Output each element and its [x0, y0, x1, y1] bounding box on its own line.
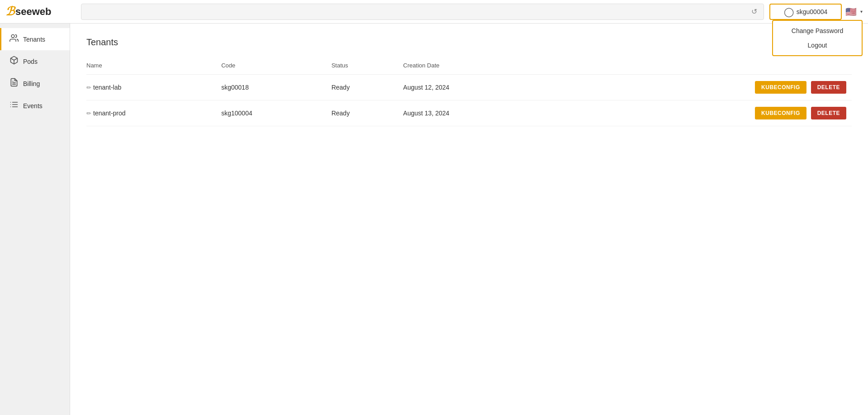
table-row: ✏tenant-prod skg100004 Ready August 13, …	[86, 100, 852, 126]
logo: ℬ seeweb	[5, 5, 76, 19]
main-layout: Tenants Pods	[0, 24, 868, 415]
search-input[interactable]	[86, 8, 749, 15]
user-dropdown-menu: Change Password Logout	[772, 20, 863, 56]
delete-button[interactable]: DELETE	[811, 107, 846, 119]
col-creation-date: Creation Date	[403, 58, 559, 75]
change-password-menu-item[interactable]: Change Password	[773, 24, 862, 38]
logo-text: seeweb	[15, 6, 52, 18]
sidebar-billing-label: Billing	[23, 80, 40, 87]
tenant-actions-cell: KUBECONFIG DELETE	[559, 100, 852, 126]
svg-point-0	[11, 35, 14, 38]
events-icon	[9, 100, 19, 111]
sidebar-item-pods[interactable]: Pods	[0, 50, 70, 72]
tenant-actions-cell: KUBECONFIG DELETE	[559, 75, 852, 100]
tenant-status-cell: Ready	[332, 100, 403, 126]
col-code: Code	[221, 58, 331, 75]
header-right: ◯ skgu00004 Change Password Logout 🇺🇸 ▾	[769, 4, 863, 20]
tenants-table: Name Code Status Creation Date ✏tenant-l…	[86, 58, 852, 126]
pods-icon	[9, 56, 19, 67]
user-name: skgu00004	[797, 8, 828, 15]
sidebar-tenants-label: Tenants	[23, 36, 45, 43]
tenants-icon	[9, 33, 19, 45]
user-dropdown-trigger[interactable]: ◯ skgu00004	[769, 4, 842, 20]
language-chevron-icon[interactable]: ▾	[860, 9, 863, 14]
user-avatar-icon: ◯	[784, 6, 794, 17]
tenant-name-cell: ✏tenant-prod	[86, 100, 221, 126]
table-row: ✏tenant-lab skg00018 Ready August 12, 20…	[86, 75, 852, 100]
delete-button[interactable]: DELETE	[811, 81, 846, 94]
refresh-icon[interactable]: ↺	[749, 5, 759, 18]
search-bar: ↺	[81, 4, 764, 20]
page-title: Tenants	[86, 37, 852, 48]
billing-icon	[9, 78, 19, 89]
kubeconfig-button[interactable]: KUBECONFIG	[755, 81, 806, 94]
col-status: Status	[332, 58, 403, 75]
sidebar-item-tenants[interactable]: Tenants	[0, 28, 70, 50]
col-name: Name	[86, 58, 221, 75]
content-area: Tenants Name Code Status Creation Date ✏…	[70, 24, 868, 415]
sidebar: Tenants Pods	[0, 24, 70, 415]
tenant-code-cell: skg00018	[221, 75, 331, 100]
tenant-creation-date-cell: August 12, 2024	[403, 75, 559, 100]
logo-b-icon: ℬ	[5, 5, 14, 19]
kubeconfig-button[interactable]: KUBECONFIG	[755, 107, 806, 119]
logout-menu-item[interactable]: Logout	[773, 38, 862, 52]
header: ℬ seeweb ↺ ◯ skgu00004 Change Password L…	[0, 0, 868, 24]
sidebar-item-events[interactable]: Events	[0, 95, 70, 117]
col-actions	[559, 58, 852, 75]
tenant-creation-date-cell: August 13, 2024	[403, 100, 559, 126]
tenant-status-cell: Ready	[332, 75, 403, 100]
language-flag-icon[interactable]: 🇺🇸	[845, 6, 857, 17]
edit-pencil-icon[interactable]: ✏	[86, 110, 91, 117]
tenant-name-cell: ✏tenant-lab	[86, 75, 221, 100]
tenant-code-cell: skg100004	[221, 100, 331, 126]
sidebar-pods-label: Pods	[23, 58, 38, 65]
sidebar-events-label: Events	[23, 102, 43, 110]
edit-pencil-icon[interactable]: ✏	[86, 84, 91, 91]
sidebar-item-billing[interactable]: Billing	[0, 72, 70, 95]
